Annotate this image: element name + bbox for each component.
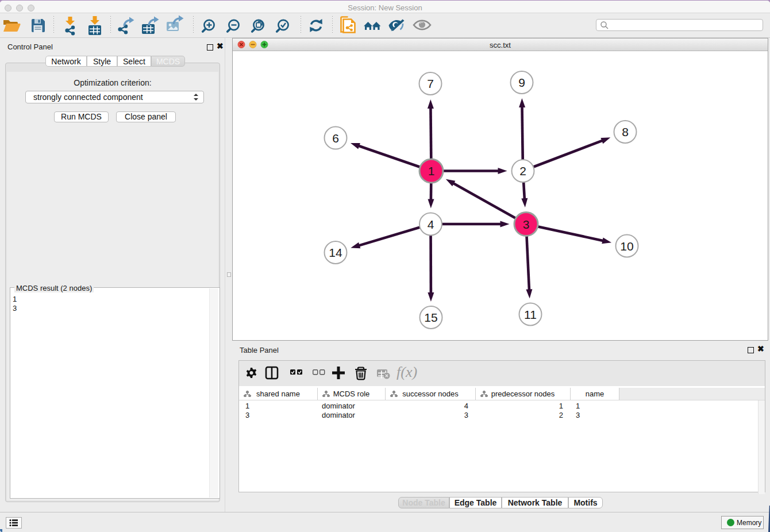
svg-text:9: 9 (518, 76, 525, 89)
svg-text:f(x): f(x) (396, 364, 417, 380)
svg-text:8: 8 (622, 125, 629, 138)
svg-text:7: 7 (427, 77, 434, 90)
svg-text:2: 2 (519, 164, 526, 178)
svg-text:15: 15 (424, 311, 437, 324)
svg-text:1: 1 (428, 164, 435, 178)
svg-text:4: 4 (428, 218, 434, 231)
svg-text:10: 10 (620, 240, 633, 253)
svg-text:14: 14 (329, 246, 342, 259)
svg-text:6: 6 (332, 132, 339, 145)
svg-text:3: 3 (523, 218, 530, 231)
svg-text:11: 11 (524, 308, 537, 321)
